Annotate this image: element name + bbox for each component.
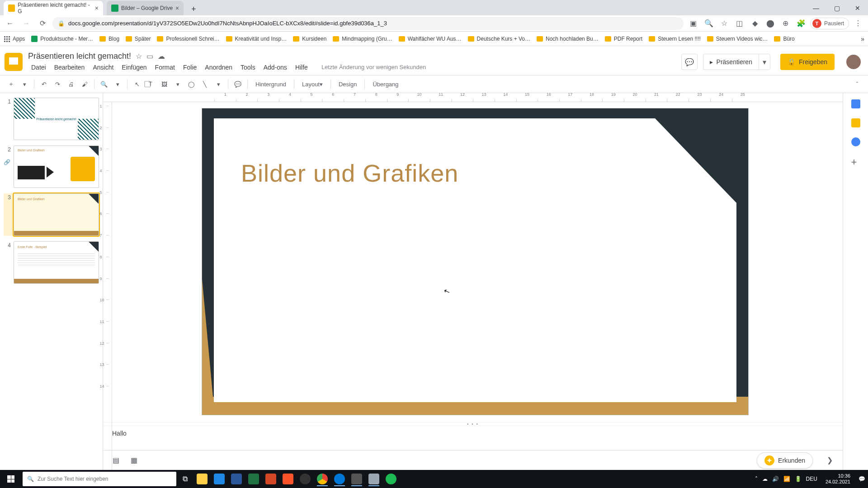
redo-icon[interactable]: ↷ [51, 78, 64, 90]
collapse-toolbar-icon[interactable]: ˆ [851, 78, 863, 90]
close-tab-icon[interactable]: × [95, 5, 99, 12]
paint-format-icon[interactable]: 🖌 [78, 78, 91, 90]
comment-tool-icon[interactable]: 💬 [231, 78, 244, 90]
grid-view-icon[interactable]: ▦ [127, 454, 140, 467]
slide-canvas[interactable]: Bilder und Grafiken ↖ [202, 108, 748, 415]
bookmark-overflow-icon[interactable]: » [861, 35, 864, 42]
browser-tab[interactable]: Bilder – Google Drive × [107, 1, 184, 15]
new-slide-button[interactable]: ＋ [5, 78, 17, 90]
taskbar-app-powerpoint[interactable] [264, 472, 278, 486]
zoom-icon[interactable]: 🔍 [703, 17, 715, 30]
reading-list-icon[interactable]: ◫ [733, 17, 746, 30]
taskbar-app-notepad[interactable] [367, 472, 381, 486]
account-avatar[interactable] [846, 55, 861, 69]
extension-icon[interactable]: ◆ [749, 17, 761, 30]
chevron-right-icon[interactable]: ❯ [823, 454, 836, 467]
comments-button[interactable]: 💬 [681, 54, 698, 70]
slide-thumb-4[interactable]: 4 Erste Folie - Beispiel [4, 241, 99, 284]
bookmark-item[interactable]: Steuern Videos wic… [707, 36, 768, 42]
transition-button[interactable]: Übergang [368, 78, 403, 90]
address-bar[interactable]: 🔒 docs.google.com/presentation/d/1yV372S… [52, 17, 684, 30]
bookmark-item[interactable]: Professionell Schrei… [157, 36, 219, 42]
menu-insert[interactable]: Einfügen [118, 62, 150, 73]
bookmark-item[interactable]: Kreativität und Insp… [226, 36, 287, 42]
taskbar-app-edge[interactable] [332, 472, 347, 486]
share-button[interactable]: 🔒 Freigeben [780, 54, 835, 70]
add-sidepanel-icon[interactable]: + [851, 156, 860, 165]
document-name[interactable]: Präsentieren leicht gemacht! [28, 52, 131, 61]
horizontal-ruler[interactable] [103, 93, 843, 102]
slides-logo-icon[interactable] [5, 53, 23, 71]
menu-tools[interactable]: Tools [237, 62, 259, 73]
explore-button[interactable]: ✦ Erkunden [757, 452, 813, 469]
menu-file[interactable]: Datei [28, 62, 49, 73]
image-tool-icon[interactable]: 🖼 [158, 78, 170, 90]
language-indicator[interactable]: DEU [806, 476, 817, 482]
bookmark-item[interactable]: Mindmapping (Gru… [333, 36, 392, 42]
slide-stage[interactable]: Bilder und Grafiken ↖ [103, 102, 843, 422]
close-window-icon[interactable]: ✕ [847, 1, 868, 15]
tray-overflow-icon[interactable]: ˄ [755, 476, 758, 482]
cast-icon[interactable]: ▣ [687, 17, 700, 30]
taskbar-app-spotify[interactable] [384, 472, 398, 486]
extension-icon[interactable]: ⬤ [764, 17, 777, 30]
layout-button[interactable]: Layout ▾ [297, 78, 327, 90]
present-options-button[interactable]: ▾ [759, 54, 770, 70]
star-icon[interactable]: ☆ [718, 17, 731, 30]
apps-shortcut[interactable]: Apps [4, 36, 25, 42]
start-button[interactable] [0, 470, 22, 488]
menu-arrange[interactable]: Anordnen [202, 62, 236, 73]
textbox-tool-icon[interactable]: ⃞T [144, 78, 157, 90]
move-icon[interactable]: ▭ [146, 52, 153, 61]
slide-thumb-3[interactable]: 3 Bilder und Grafiken [4, 193, 99, 236]
tasks-sidepanel-icon[interactable] [851, 137, 860, 146]
print-icon[interactable]: 🖨 [65, 78, 77, 90]
speaker-notes[interactable]: Hallo [103, 426, 843, 450]
menu-slide[interactable]: Folie [180, 62, 200, 73]
taskbar-app-word[interactable] [229, 472, 244, 486]
bookmark-item[interactable]: PDF Report [605, 36, 642, 42]
slide-thumb-1[interactable]: 1 Präsentieren leicht gemacht! [4, 98, 99, 140]
bookmark-item[interactable]: Kursideen [293, 36, 326, 42]
bookmark-item[interactable]: Produktsuche - Mer… [31, 36, 93, 42]
bookmark-item[interactable]: Blog [99, 36, 119, 42]
wifi-icon[interactable]: 📶 [783, 476, 790, 482]
taskbar-app-edge-legacy[interactable] [212, 472, 226, 486]
keep-sidepanel-icon[interactable] [851, 118, 860, 127]
slide-thumb-2[interactable]: 2 🔗 Bilder und Grafiken [4, 145, 99, 188]
task-view-icon[interactable]: ⧉ [178, 472, 192, 486]
maximize-icon[interactable]: ▢ [826, 1, 847, 15]
taskbar-app-generic[interactable] [349, 472, 364, 486]
taskbar-app-explorer[interactable] [195, 472, 209, 486]
calendar-sidepanel-icon[interactable] [851, 99, 860, 108]
taskbar-app-obs[interactable] [298, 472, 312, 486]
notes-resize-handle[interactable]: • • • [103, 422, 843, 426]
close-tab-icon[interactable]: × [175, 5, 179, 12]
bookmark-item[interactable]: Später [126, 36, 151, 42]
taskbar-app-excel[interactable] [246, 472, 261, 486]
extensions-menu-icon[interactable]: 🧩 [795, 17, 807, 30]
line-caret[interactable]: ▾ [212, 78, 225, 90]
extension-icon[interactable]: ⊕ [779, 17, 792, 30]
image-caret[interactable]: ▾ [171, 78, 184, 90]
menu-format[interactable]: Format [152, 62, 178, 73]
select-tool-icon[interactable]: ↖ [131, 78, 143, 90]
taskbar-search[interactable]: 🔍 Zur Suche Text hier eingeben [23, 472, 176, 486]
bookmark-item[interactable]: Steuern Lesen !!!! [649, 36, 701, 42]
zoom-icon[interactable]: 🔍 [98, 78, 110, 90]
menu-help[interactable]: Hilfe [292, 62, 311, 73]
onedrive-icon[interactable]: ☁ [762, 476, 768, 482]
battery-icon[interactable]: 🔋 [795, 476, 802, 482]
last-edit-label[interactable]: Letzte Änderung vor wenigen Sekunden [318, 62, 429, 72]
theme-button[interactable]: Design [334, 78, 361, 90]
menu-addons[interactable]: Add-ons [260, 62, 290, 73]
background-button[interactable]: Hintergrund [251, 78, 291, 90]
undo-icon[interactable]: ↶ [38, 78, 50, 90]
taskbar-app-chrome[interactable] [315, 472, 330, 486]
shape-tool-icon[interactable]: ◯ [185, 78, 198, 90]
bookmark-item[interactable]: Büro [774, 36, 794, 42]
menu-edit[interactable]: Bearbeiten [51, 62, 88, 73]
browser-tab-active[interactable]: Präsentieren leicht gemacht! - G × [4, 1, 103, 15]
bookmark-item[interactable]: Deutsche Kurs + Vo… [468, 36, 530, 42]
taskbar-clock[interactable]: 10:36 24.02.2021 [822, 473, 854, 484]
